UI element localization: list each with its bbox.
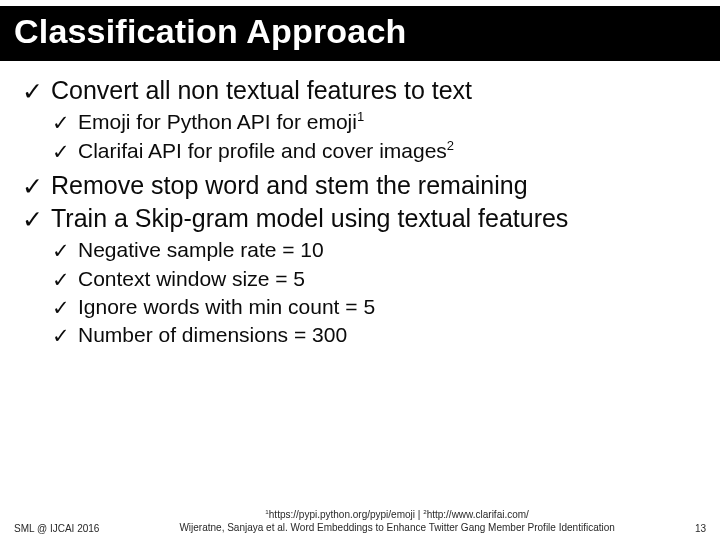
- footer-page-number: 13: [687, 523, 706, 534]
- ref-url: http://www.clarifai.com/: [427, 509, 529, 520]
- bullet-min-count: Ignore words with min count = 5: [52, 293, 698, 320]
- bullet-text: Clarifai API for profile and cover image…: [78, 139, 447, 162]
- ref-url: https://pypi.python.org/pypi/emoji: [269, 509, 415, 520]
- slide-body: Convert all non textual features to text…: [0, 61, 720, 349]
- bullet-list-level1: Convert all non textual features to text…: [22, 75, 698, 349]
- bullet-text: Remove stop word and stem the remaining: [51, 171, 528, 199]
- ref-sep: |: [415, 509, 423, 520]
- slide-footer: SML @ IJCAI 2016 1https://pypi.python.or…: [0, 509, 720, 534]
- bullet-clarifai-api: Clarifai API for profile and cover image…: [52, 137, 698, 164]
- bullet-text: Context window size = 5: [78, 267, 305, 290]
- footer-left: SML @ IJCAI 2016: [14, 523, 107, 534]
- footer-refs: 1https://pypi.python.org/pypi/emoji | 2h…: [107, 509, 687, 522]
- bullet-stopword: Remove stop word and stem the remaining: [22, 170, 698, 201]
- bullet-context-window: Context window size = 5: [52, 265, 698, 292]
- superscript-ref: 1: [357, 109, 364, 124]
- title-bar: Classification Approach: [0, 6, 720, 61]
- slide-title: Classification Approach: [14, 12, 706, 51]
- bullet-list-level2: Emoji for Python API for emoji1 Clarifai…: [52, 108, 698, 164]
- superscript-ref: 2: [447, 138, 454, 153]
- bullet-convert: Convert all non textual features to text…: [22, 75, 698, 164]
- bullet-text: Train a Skip-gram model using textual fe…: [51, 204, 568, 232]
- bullet-dimensions: Number of dimensions = 300: [52, 321, 698, 348]
- bullet-neg-sample: Negative sample rate = 10: [52, 236, 698, 263]
- bullet-text: Emoji for Python API for emoji: [78, 110, 357, 133]
- footer-center: 1https://pypi.python.org/pypi/emoji | 2h…: [107, 509, 687, 534]
- bullet-text: Negative sample rate = 10: [78, 238, 324, 261]
- bullet-text: Ignore words with min count = 5: [78, 295, 375, 318]
- bullet-skipgram: Train a Skip-gram model using textual fe…: [22, 203, 698, 348]
- footer-citation: Wijeratne, Sanjaya et al. Word Embedding…: [107, 522, 687, 535]
- bullet-text: Convert all non textual features to text: [51, 76, 472, 104]
- bullet-list-level2: Negative sample rate = 10 Context window…: [52, 236, 698, 348]
- bullet-text: Number of dimensions = 300: [78, 323, 347, 346]
- bullet-emoji-api: Emoji for Python API for emoji1: [52, 108, 698, 135]
